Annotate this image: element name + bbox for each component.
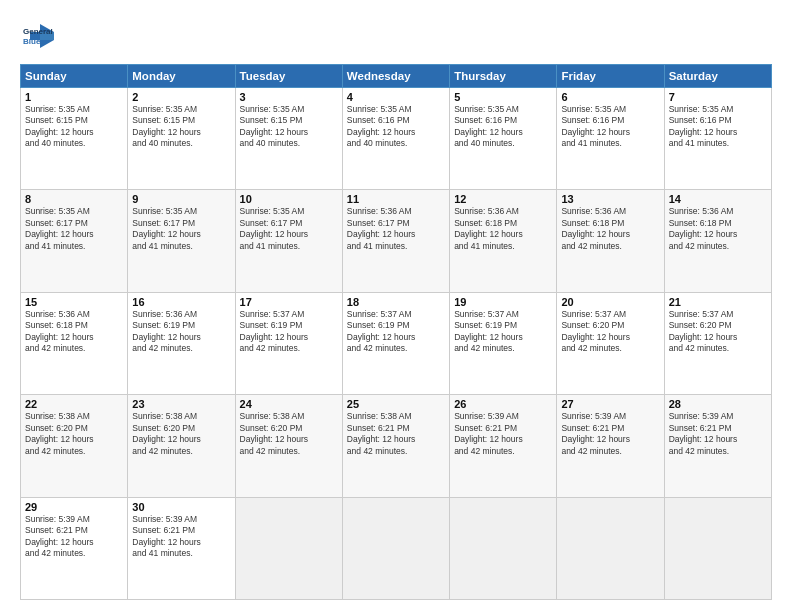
- calendar-cell: [342, 497, 449, 599]
- calendar-cell: 30Sunrise: 5:39 AM Sunset: 6:21 PM Dayli…: [128, 497, 235, 599]
- day-info: Sunrise: 5:36 AM Sunset: 6:19 PM Dayligh…: [132, 309, 230, 355]
- calendar-row-0: 1Sunrise: 5:35 AM Sunset: 6:15 PM Daylig…: [21, 88, 772, 190]
- day-info: Sunrise: 5:35 AM Sunset: 6:16 PM Dayligh…: [454, 104, 552, 150]
- calendar-cell: 17Sunrise: 5:37 AM Sunset: 6:19 PM Dayli…: [235, 292, 342, 394]
- calendar-cell: [235, 497, 342, 599]
- calendar-cell: 29Sunrise: 5:39 AM Sunset: 6:21 PM Dayli…: [21, 497, 128, 599]
- day-number: 5: [454, 91, 552, 103]
- day-number: 3: [240, 91, 338, 103]
- calendar-cell: 16Sunrise: 5:36 AM Sunset: 6:19 PM Dayli…: [128, 292, 235, 394]
- day-info: Sunrise: 5:37 AM Sunset: 6:20 PM Dayligh…: [669, 309, 767, 355]
- calendar-cell: 1Sunrise: 5:35 AM Sunset: 6:15 PM Daylig…: [21, 88, 128, 190]
- calendar-cell: 18Sunrise: 5:37 AM Sunset: 6:19 PM Dayli…: [342, 292, 449, 394]
- day-number: 11: [347, 193, 445, 205]
- calendar-cell: 11Sunrise: 5:36 AM Sunset: 6:17 PM Dayli…: [342, 190, 449, 292]
- weekday-header-tuesday: Tuesday: [235, 65, 342, 88]
- day-number: 30: [132, 501, 230, 513]
- day-number: 6: [561, 91, 659, 103]
- day-info: Sunrise: 5:36 AM Sunset: 6:18 PM Dayligh…: [669, 206, 767, 252]
- day-number: 27: [561, 398, 659, 410]
- day-info: Sunrise: 5:35 AM Sunset: 6:15 PM Dayligh…: [132, 104, 230, 150]
- calendar-cell: 3Sunrise: 5:35 AM Sunset: 6:15 PM Daylig…: [235, 88, 342, 190]
- day-info: Sunrise: 5:35 AM Sunset: 6:17 PM Dayligh…: [25, 206, 123, 252]
- weekday-header-saturday: Saturday: [664, 65, 771, 88]
- day-info: Sunrise: 5:35 AM Sunset: 6:17 PM Dayligh…: [240, 206, 338, 252]
- calendar-cell: 5Sunrise: 5:35 AM Sunset: 6:16 PM Daylig…: [450, 88, 557, 190]
- calendar-cell: [450, 497, 557, 599]
- day-info: Sunrise: 5:38 AM Sunset: 6:20 PM Dayligh…: [240, 411, 338, 457]
- calendar-cell: 4Sunrise: 5:35 AM Sunset: 6:16 PM Daylig…: [342, 88, 449, 190]
- calendar-cell: 23Sunrise: 5:38 AM Sunset: 6:20 PM Dayli…: [128, 395, 235, 497]
- weekday-header-thursday: Thursday: [450, 65, 557, 88]
- calendar-cell: 28Sunrise: 5:39 AM Sunset: 6:21 PM Dayli…: [664, 395, 771, 497]
- calendar-cell: [664, 497, 771, 599]
- day-number: 29: [25, 501, 123, 513]
- day-number: 28: [669, 398, 767, 410]
- calendar-cell: 13Sunrise: 5:36 AM Sunset: 6:18 PM Dayli…: [557, 190, 664, 292]
- page: General Blue SundayMondayTuesdayWednesda…: [0, 0, 792, 612]
- day-number: 10: [240, 193, 338, 205]
- calendar-row-3: 22Sunrise: 5:38 AM Sunset: 6:20 PM Dayli…: [21, 395, 772, 497]
- calendar-cell: 27Sunrise: 5:39 AM Sunset: 6:21 PM Dayli…: [557, 395, 664, 497]
- calendar-cell: 14Sunrise: 5:36 AM Sunset: 6:18 PM Dayli…: [664, 190, 771, 292]
- weekday-header-sunday: Sunday: [21, 65, 128, 88]
- day-info: Sunrise: 5:35 AM Sunset: 6:17 PM Dayligh…: [132, 206, 230, 252]
- day-info: Sunrise: 5:36 AM Sunset: 6:18 PM Dayligh…: [454, 206, 552, 252]
- day-info: Sunrise: 5:36 AM Sunset: 6:18 PM Dayligh…: [561, 206, 659, 252]
- svg-text:General: General: [23, 27, 53, 36]
- day-info: Sunrise: 5:39 AM Sunset: 6:21 PM Dayligh…: [561, 411, 659, 457]
- day-info: Sunrise: 5:38 AM Sunset: 6:21 PM Dayligh…: [347, 411, 445, 457]
- calendar-cell: 21Sunrise: 5:37 AM Sunset: 6:20 PM Dayli…: [664, 292, 771, 394]
- calendar-cell: 22Sunrise: 5:38 AM Sunset: 6:20 PM Dayli…: [21, 395, 128, 497]
- day-number: 17: [240, 296, 338, 308]
- calendar-cell: [557, 497, 664, 599]
- calendar-cell: 9Sunrise: 5:35 AM Sunset: 6:17 PM Daylig…: [128, 190, 235, 292]
- day-number: 18: [347, 296, 445, 308]
- day-info: Sunrise: 5:35 AM Sunset: 6:16 PM Dayligh…: [561, 104, 659, 150]
- day-number: 21: [669, 296, 767, 308]
- day-number: 9: [132, 193, 230, 205]
- weekday-header-friday: Friday: [557, 65, 664, 88]
- day-number: 14: [669, 193, 767, 205]
- calendar-cell: 6Sunrise: 5:35 AM Sunset: 6:16 PM Daylig…: [557, 88, 664, 190]
- day-info: Sunrise: 5:37 AM Sunset: 6:19 PM Dayligh…: [240, 309, 338, 355]
- day-info: Sunrise: 5:35 AM Sunset: 6:16 PM Dayligh…: [669, 104, 767, 150]
- day-number: 25: [347, 398, 445, 410]
- day-info: Sunrise: 5:37 AM Sunset: 6:20 PM Dayligh…: [561, 309, 659, 355]
- day-number: 15: [25, 296, 123, 308]
- calendar-cell: 26Sunrise: 5:39 AM Sunset: 6:21 PM Dayli…: [450, 395, 557, 497]
- weekday-header-wednesday: Wednesday: [342, 65, 449, 88]
- calendar-cell: 20Sunrise: 5:37 AM Sunset: 6:20 PM Dayli…: [557, 292, 664, 394]
- calendar-cell: 10Sunrise: 5:35 AM Sunset: 6:17 PM Dayli…: [235, 190, 342, 292]
- day-number: 24: [240, 398, 338, 410]
- calendar-cell: 8Sunrise: 5:35 AM Sunset: 6:17 PM Daylig…: [21, 190, 128, 292]
- day-info: Sunrise: 5:36 AM Sunset: 6:17 PM Dayligh…: [347, 206, 445, 252]
- calendar-cell: 19Sunrise: 5:37 AM Sunset: 6:19 PM Dayli…: [450, 292, 557, 394]
- day-info: Sunrise: 5:39 AM Sunset: 6:21 PM Dayligh…: [669, 411, 767, 457]
- calendar-cell: 25Sunrise: 5:38 AM Sunset: 6:21 PM Dayli…: [342, 395, 449, 497]
- weekday-header-row: SundayMondayTuesdayWednesdayThursdayFrid…: [21, 65, 772, 88]
- day-info: Sunrise: 5:35 AM Sunset: 6:15 PM Dayligh…: [25, 104, 123, 150]
- day-number: 4: [347, 91, 445, 103]
- svg-text:Blue: Blue: [23, 37, 41, 46]
- header: General Blue: [20, 18, 772, 54]
- calendar-cell: 15Sunrise: 5:36 AM Sunset: 6:18 PM Dayli…: [21, 292, 128, 394]
- calendar-cell: 2Sunrise: 5:35 AM Sunset: 6:15 PM Daylig…: [128, 88, 235, 190]
- day-info: Sunrise: 5:39 AM Sunset: 6:21 PM Dayligh…: [25, 514, 123, 560]
- calendar-table: SundayMondayTuesdayWednesdayThursdayFrid…: [20, 64, 772, 600]
- day-number: 13: [561, 193, 659, 205]
- day-info: Sunrise: 5:35 AM Sunset: 6:15 PM Dayligh…: [240, 104, 338, 150]
- day-info: Sunrise: 5:36 AM Sunset: 6:18 PM Dayligh…: [25, 309, 123, 355]
- logo: General Blue: [20, 18, 62, 54]
- day-info: Sunrise: 5:39 AM Sunset: 6:21 PM Dayligh…: [132, 514, 230, 560]
- day-number: 20: [561, 296, 659, 308]
- day-number: 26: [454, 398, 552, 410]
- calendar-cell: 12Sunrise: 5:36 AM Sunset: 6:18 PM Dayli…: [450, 190, 557, 292]
- day-info: Sunrise: 5:37 AM Sunset: 6:19 PM Dayligh…: [454, 309, 552, 355]
- calendar-row-1: 8Sunrise: 5:35 AM Sunset: 6:17 PM Daylig…: [21, 190, 772, 292]
- calendar-cell: 7Sunrise: 5:35 AM Sunset: 6:16 PM Daylig…: [664, 88, 771, 190]
- day-info: Sunrise: 5:38 AM Sunset: 6:20 PM Dayligh…: [25, 411, 123, 457]
- calendar-cell: 24Sunrise: 5:38 AM Sunset: 6:20 PM Dayli…: [235, 395, 342, 497]
- day-number: 23: [132, 398, 230, 410]
- day-info: Sunrise: 5:39 AM Sunset: 6:21 PM Dayligh…: [454, 411, 552, 457]
